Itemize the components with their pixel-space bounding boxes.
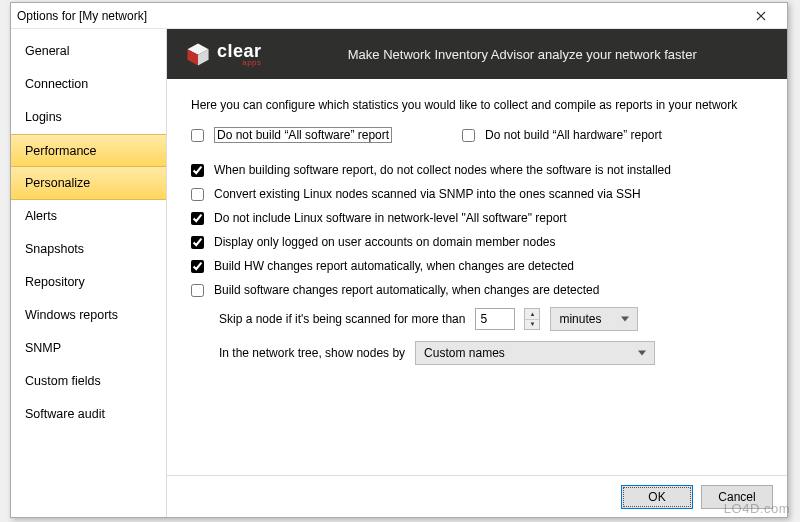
spinner-skip-minutes[interactable]: ▲ ▼	[524, 308, 540, 330]
sidebar-item-logins[interactable]: Logins	[11, 101, 166, 134]
sidebar-item-connection[interactable]: Connection	[11, 68, 166, 101]
input-skip-minutes[interactable]	[475, 308, 515, 330]
pane-description: Here you can configure which statistics …	[191, 97, 763, 113]
opt-sw-changes[interactable]: Build software changes report automatica…	[191, 283, 763, 297]
row-show-nodes-by: In the network tree, show nodes by Custo…	[191, 341, 763, 365]
row-build-reports: Do not build “All software” report Do no…	[191, 127, 763, 153]
sidebar: General Connection Logins Performance Pe…	[11, 29, 167, 517]
checkbox-hw-changes[interactable]	[191, 260, 204, 273]
opt-no-all-hardware[interactable]: Do not build “All hardware” report	[462, 128, 662, 142]
label-logged-on-only: Display only logged on user accounts on …	[214, 235, 556, 249]
checkbox-logged-on-only[interactable]	[191, 236, 204, 249]
banner-tagline: Make Network Inventory Advisor analyze y…	[276, 47, 769, 62]
window-title: Options for [My network]	[17, 9, 741, 23]
cube-icon	[185, 41, 211, 67]
sidebar-item-software-audit[interactable]: Software audit	[11, 398, 166, 431]
opt-convert-linux[interactable]: Convert existing Linux nodes scanned via…	[191, 187, 763, 201]
spinner-down-icon[interactable]: ▼	[525, 320, 539, 330]
opt-exclude-linux-sw[interactable]: Do not include Linux software in network…	[191, 211, 763, 225]
sidebar-item-repository[interactable]: Repository	[11, 266, 166, 299]
window-body: General Connection Logins Performance Pe…	[11, 29, 787, 517]
label-convert-linux: Convert existing Linux nodes scanned via…	[214, 187, 641, 201]
label-hw-changes: Build HW changes report automatically, w…	[214, 259, 574, 273]
opt-no-all-software[interactable]: Do not build “All software” report	[191, 127, 392, 143]
sidebar-item-personalize[interactable]: Personalize	[11, 167, 166, 200]
checkbox-convert-linux[interactable]	[191, 188, 204, 201]
sidebar-item-custom-fields[interactable]: Custom fields	[11, 365, 166, 398]
combo-skip-unit-value: minutes	[559, 312, 601, 326]
label-no-all-software: Do not build “All software” report	[214, 127, 392, 143]
sidebar-item-snmp[interactable]: SNMP	[11, 332, 166, 365]
settings-pane: Here you can configure which statistics …	[167, 79, 787, 475]
checkbox-no-all-software[interactable]	[191, 129, 204, 142]
sidebar-item-snapshots[interactable]: Snapshots	[11, 233, 166, 266]
titlebar: Options for [My network]	[11, 3, 787, 29]
opt-logged-on-only[interactable]: Display only logged on user accounts on …	[191, 235, 763, 249]
options-window: Options for [My network] General Connect…	[10, 2, 788, 518]
ok-button[interactable]: OK	[621, 485, 693, 509]
opt-hw-changes[interactable]: Build HW changes report automatically, w…	[191, 259, 763, 273]
content-pane: clear apps Make Network Inventory Adviso…	[167, 29, 787, 517]
sidebar-item-windows-reports[interactable]: Windows reports	[11, 299, 166, 332]
close-button[interactable]	[741, 5, 781, 27]
combo-skip-unit[interactable]: minutes	[550, 307, 638, 331]
banner: clear apps Make Network Inventory Adviso…	[167, 29, 787, 79]
checkbox-sw-changes[interactable]	[191, 284, 204, 297]
checkbox-skip-not-installed[interactable]	[191, 164, 204, 177]
label-show-nodes-by: In the network tree, show nodes by	[219, 346, 405, 360]
sidebar-item-alerts[interactable]: Alerts	[11, 200, 166, 233]
close-icon	[756, 11, 766, 21]
sidebar-item-performance[interactable]: Performance	[11, 134, 166, 167]
opt-skip-not-installed[interactable]: When building software report, do not co…	[191, 163, 763, 177]
row-skip-node: Skip a node if it's being scanned for mo…	[191, 307, 763, 331]
label-skip-node: Skip a node if it's being scanned for mo…	[219, 312, 465, 326]
label-no-all-hardware: Do not build “All hardware” report	[485, 128, 662, 142]
label-sw-changes: Build software changes report automatica…	[214, 283, 599, 297]
checkbox-no-all-hardware[interactable]	[462, 129, 475, 142]
spinner-up-icon[interactable]: ▲	[525, 309, 539, 320]
dialog-footer: OK Cancel	[167, 475, 787, 517]
combo-show-nodes-by-value: Custom names	[424, 346, 505, 360]
sidebar-item-general[interactable]: General	[11, 35, 166, 68]
cancel-button[interactable]: Cancel	[701, 485, 773, 509]
label-skip-not-installed: When building software report, do not co…	[214, 163, 671, 177]
checkbox-exclude-linux-sw[interactable]	[191, 212, 204, 225]
combo-show-nodes-by[interactable]: Custom names	[415, 341, 655, 365]
label-exclude-linux-sw: Do not include Linux software in network…	[214, 211, 567, 225]
brand-logo: clear apps	[185, 41, 262, 67]
